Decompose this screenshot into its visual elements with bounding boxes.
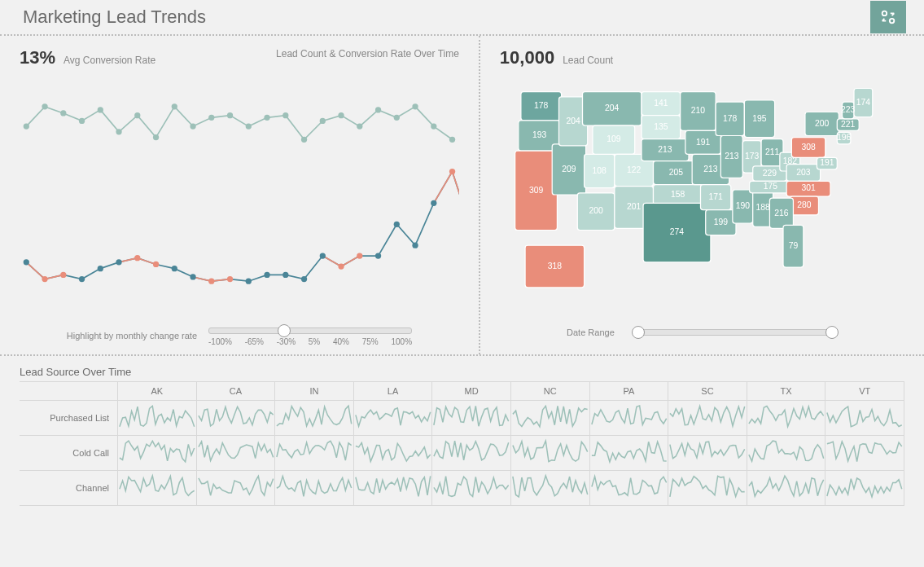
sparkline-cell[interactable] [118, 436, 197, 471]
state-WA[interactable] [521, 92, 562, 121]
column-header[interactable]: TX [747, 382, 825, 401]
svg-point-2 [24, 123, 29, 129]
state-TX[interactable] [643, 203, 711, 262]
state-CT[interactable] [837, 132, 851, 143]
state-LA[interactable] [706, 210, 736, 235]
svg-point-20 [357, 123, 362, 129]
column-header[interactable]: CA [196, 382, 275, 401]
state-IL[interactable] [720, 136, 742, 178]
column-header[interactable]: AK [118, 382, 197, 401]
us-map[interactable]: 1781933092092041082002041091222011411352… [500, 77, 904, 313]
state-NC[interactable] [786, 181, 830, 196]
state-NE[interactable] [642, 139, 689, 161]
sparkline-cell[interactable] [510, 436, 589, 471]
state-SD[interactable] [642, 116, 681, 139]
date-range-slider[interactable] [633, 329, 838, 336]
column-header[interactable]: MD [432, 382, 511, 401]
sparkline-cell[interactable] [432, 436, 511, 471]
sparkline-cell[interactable] [353, 471, 432, 506]
sparkline-cell[interactable] [275, 401, 354, 436]
svg-point-49 [449, 169, 455, 174]
state-MS[interactable] [733, 190, 753, 223]
state-NH[interactable] [842, 102, 854, 119]
column-header[interactable]: IN [275, 382, 354, 401]
sparkline-cell[interactable] [747, 401, 825, 436]
sparkline-cell[interactable] [668, 436, 747, 471]
row-label: Purchased List [20, 401, 118, 436]
state-VA[interactable] [786, 165, 820, 182]
slider-label: Highlight by monthly change rate [67, 327, 197, 341]
svg-point-33 [153, 262, 159, 267]
state-ME[interactable] [854, 89, 873, 117]
state-CA[interactable] [515, 151, 558, 230]
svg-point-14 [246, 123, 252, 129]
sparkline-cell[interactable] [589, 401, 668, 436]
state-MI[interactable] [744, 100, 774, 138]
highlight-slider[interactable]: -100% -65% -30% 5% 40% 75% 100% [208, 327, 412, 346]
state-OK[interactable] [653, 185, 702, 205]
state-MA[interactable] [837, 119, 859, 130]
slider-tick: -65% [245, 337, 264, 346]
share-button[interactable] [870, 1, 906, 33]
state-MN[interactable] [681, 92, 716, 131]
svg-point-39 [264, 272, 269, 278]
svg-point-29 [79, 276, 85, 282]
slider-tick: 75% [362, 337, 379, 346]
leadcount-panel: 10,000 Lead Count 1781933092092041082002… [480, 36, 924, 354]
column-header[interactable]: PA [589, 382, 668, 401]
sparkline-cell[interactable] [825, 401, 904, 436]
sparkline-cell[interactable] [353, 436, 432, 471]
state-ND[interactable] [642, 92, 681, 116]
sparkline-cell[interactable] [275, 436, 354, 471]
sparkline-cell[interactable] [196, 401, 275, 436]
sparkline-cell[interactable] [668, 401, 747, 436]
state-PA[interactable] [791, 138, 825, 158]
svg-point-45 [375, 253, 381, 258]
column-header[interactable]: SC [668, 382, 747, 401]
state-TN[interactable] [749, 181, 791, 192]
state-AR[interactable] [700, 185, 730, 210]
sparkline-cell[interactable] [510, 401, 589, 436]
sparkline-cell[interactable] [589, 436, 668, 471]
state-AZ[interactable] [577, 193, 615, 231]
svg-point-22 [394, 115, 400, 121]
sparkline-cell[interactable] [118, 401, 197, 436]
kpi-conversion-value: 13% [20, 47, 55, 68]
svg-point-24 [431, 123, 436, 129]
sparkline-cell[interactable] [196, 436, 275, 471]
state-MD[interactable] [817, 157, 837, 169]
column-header[interactable]: NC [510, 382, 589, 401]
sparkline-cell[interactable] [510, 471, 589, 506]
sparkline-cell[interactable] [432, 401, 511, 436]
sparkline-cell[interactable] [353, 401, 432, 436]
state-WI[interactable] [716, 102, 744, 135]
svg-point-42 [320, 253, 326, 258]
state-GA[interactable] [769, 198, 793, 228]
date-range-label: Date Range [567, 327, 615, 337]
sparkline-cell[interactable] [747, 436, 825, 471]
state-NY[interactable] [805, 112, 839, 136]
sparkline-cell[interactable] [196, 471, 275, 506]
state-AK[interactable] [525, 245, 584, 288]
column-header[interactable]: VT [825, 382, 904, 401]
sparkline-cell[interactable] [432, 471, 511, 506]
leadcount-conversion-chart[interactable] [20, 77, 459, 313]
sparkline-cell[interactable] [118, 471, 197, 506]
svg-point-16 [282, 112, 288, 118]
sparkline-cell[interactable] [275, 471, 354, 506]
state-MT[interactable] [582, 92, 641, 125]
column-header[interactable]: LA [353, 382, 432, 401]
sparkline-cell[interactable] [825, 471, 904, 506]
svg-point-27 [42, 276, 47, 282]
svg-point-10 [172, 103, 177, 109]
state-UT[interactable] [584, 154, 614, 187]
sparkline-cell[interactable] [825, 436, 904, 471]
sparkline-cell[interactable] [668, 471, 747, 506]
sparkline-cell[interactable] [589, 471, 668, 506]
state-SC[interactable] [790, 196, 818, 215]
state-FL[interactable] [783, 225, 804, 267]
state-WY[interactable] [593, 125, 635, 154]
state-NV[interactable] [552, 144, 585, 195]
sparkline-cell[interactable] [747, 471, 825, 506]
kpi-conversion-label: Avg Conversion Rate [63, 55, 155, 66]
